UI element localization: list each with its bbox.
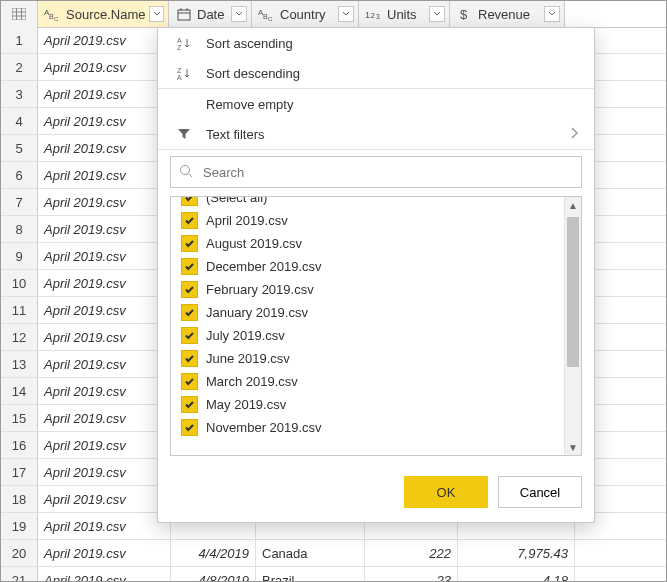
remove-empty[interactable]: Remove empty (158, 89, 594, 119)
cell-units[interactable]: 23 (365, 567, 458, 582)
filter-option[interactable]: June 2019.csv (171, 347, 564, 370)
cell-country[interactable]: Brazil (256, 567, 365, 582)
chevron-down-icon[interactable] (149, 6, 164, 22)
checkbox-checked-icon[interactable] (181, 419, 198, 436)
column-label: Date (197, 7, 224, 22)
column-label: Source.Name (66, 7, 145, 22)
cell-source[interactable]: April 2019.csv (38, 567, 171, 582)
cell-source[interactable]: April 2019.csv (38, 54, 171, 80)
cell-date[interactable]: 4/4/2019 (171, 540, 256, 566)
text-filters[interactable]: Text filters (158, 119, 594, 149)
cell-country[interactable]: Canada (256, 540, 365, 566)
cell-units[interactable]: 222 (365, 540, 458, 566)
filter-option-label: March 2019.csv (206, 374, 298, 389)
column-header-source[interactable]: ABCSource.Name (38, 1, 169, 27)
checkbox-checked-icon[interactable] (181, 373, 198, 390)
filter-option-label: February 2019.csv (206, 282, 314, 297)
cell-source[interactable]: April 2019.csv (38, 405, 171, 431)
column-header-units[interactable]: 123Units (359, 1, 450, 27)
checkbox-checked-icon[interactable] (181, 235, 198, 252)
scroll-up-icon[interactable]: ▲ (565, 197, 581, 213)
cell-source[interactable]: April 2019.csv (38, 270, 171, 296)
column-header-country[interactable]: ABCCountry (252, 1, 359, 27)
select-all-cell[interactable] (1, 1, 38, 27)
ok-button[interactable]: OK (404, 476, 488, 508)
search-box[interactable] (170, 156, 582, 188)
table-row[interactable]: 20April 2019.csv4/4/2019Canada2227,975.4… (1, 540, 666, 567)
filter-option-label: December 2019.csv (206, 259, 322, 274)
text-filters-label: Text filters (206, 127, 265, 142)
chevron-down-icon[interactable] (429, 6, 445, 22)
row-index: 7 (1, 189, 38, 215)
cell-source[interactable]: April 2019.csv (38, 135, 171, 161)
checkbox-checked-icon[interactable] (181, 197, 198, 206)
cell-source[interactable]: April 2019.csv (38, 486, 171, 512)
cell-source[interactable]: April 2019.csv (38, 513, 171, 539)
cell-source[interactable]: April 2019.csv (38, 459, 171, 485)
filter-option[interactable]: February 2019.csv (171, 278, 564, 301)
chevron-down-icon[interactable] (338, 6, 354, 22)
checkbox-checked-icon[interactable] (181, 396, 198, 413)
cell-source[interactable]: April 2019.csv (38, 432, 171, 458)
cancel-button[interactable]: Cancel (498, 476, 582, 508)
chevron-right-icon (570, 127, 578, 142)
chevron-down-icon[interactable] (231, 6, 247, 22)
cell-revenue[interactable]: 7,975.43 (458, 540, 575, 566)
cell-source[interactable]: April 2019.csv (38, 378, 171, 404)
sort-descending[interactable]: ZA Sort descending (158, 58, 594, 88)
column-header-revenue[interactable]: $Revenue (450, 1, 565, 27)
values-list: (Select all)April 2019.csvAugust 2019.cs… (170, 196, 582, 456)
checkbox-checked-icon[interactable] (181, 327, 198, 344)
search-input[interactable] (201, 164, 573, 181)
filter-option[interactable]: (Select all) (171, 197, 564, 209)
scrollbar[interactable]: ▲ ▼ (564, 197, 581, 455)
cell-source[interactable]: April 2019.csv (38, 162, 171, 188)
cell-source[interactable]: April 2019.csv (38, 243, 171, 269)
column-header-row: ABCSource.NameDateABCCountry123Units$Rev… (1, 1, 666, 28)
cell-source[interactable]: April 2019.csv (38, 351, 171, 377)
filter-option[interactable]: August 2019.csv (171, 232, 564, 255)
divider (158, 149, 594, 150)
cell-date[interactable]: 4/8/2019 (171, 567, 256, 582)
text-type-icon: ABC (258, 6, 276, 22)
cell-revenue[interactable]: 4.18 (458, 567, 575, 582)
chevron-down-icon[interactable] (544, 6, 560, 22)
sort-ascending[interactable]: AZ Sort ascending (158, 28, 594, 58)
filter-option-label: June 2019.csv (206, 351, 290, 366)
cell-source[interactable]: April 2019.csv (38, 27, 171, 53)
checkbox-checked-icon[interactable] (181, 212, 198, 229)
currency-type-icon: $ (456, 6, 474, 22)
filter-option[interactable]: November 2019.csv (171, 416, 564, 439)
filter-option[interactable]: July 2019.csv (171, 324, 564, 347)
scroll-down-icon[interactable]: ▼ (565, 439, 581, 455)
cell-source[interactable]: April 2019.csv (38, 108, 171, 134)
search-icon (179, 164, 193, 181)
svg-text:C: C (54, 16, 59, 21)
filter-option[interactable]: April 2019.csv (171, 209, 564, 232)
filter-option-label: May 2019.csv (206, 397, 286, 412)
filter-option[interactable]: May 2019.csv (171, 393, 564, 416)
filter-option[interactable]: December 2019.csv (171, 255, 564, 278)
checkbox-checked-icon[interactable] (181, 350, 198, 367)
column-header-date[interactable]: Date (169, 1, 252, 27)
int-type-icon: 123 (365, 6, 383, 22)
checkbox-checked-icon[interactable] (181, 281, 198, 298)
cell-source[interactable]: April 2019.csv (38, 81, 171, 107)
cell-source[interactable]: April 2019.csv (38, 216, 171, 242)
filter-option[interactable]: January 2019.csv (171, 301, 564, 324)
filter-option-label: January 2019.csv (206, 305, 308, 320)
checkbox-checked-icon[interactable] (181, 304, 198, 321)
button-bar: OK Cancel (158, 466, 594, 522)
checkbox-checked-icon[interactable] (181, 258, 198, 275)
cell-source[interactable]: April 2019.csv (38, 189, 171, 215)
cell-source[interactable]: April 2019.csv (38, 540, 171, 566)
scroll-thumb[interactable] (567, 217, 579, 367)
table-row[interactable]: 21April 2019.csv4/8/2019Brazil234.18 (1, 567, 666, 582)
filter-option[interactable]: March 2019.csv (171, 370, 564, 393)
svg-text:1: 1 (365, 10, 370, 20)
cell-source[interactable]: April 2019.csv (38, 297, 171, 323)
svg-text:2: 2 (370, 12, 375, 21)
cell-source[interactable]: April 2019.csv (38, 324, 171, 350)
date-type-icon (175, 6, 193, 22)
text-type-icon: ABC (44, 6, 62, 22)
